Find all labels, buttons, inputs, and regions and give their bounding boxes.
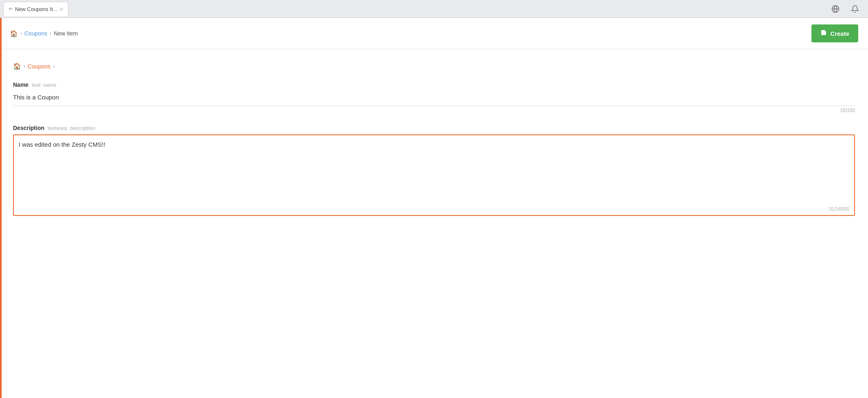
tab-bar-right (829, 2, 865, 15)
description-wrapper: 31/16000 (13, 134, 855, 216)
breadcrumb: 🏠 › Coupons › New Item (10, 30, 78, 37)
description-textarea[interactable] (19, 140, 849, 205)
description-form-section: Description textarea: description 31/160… (13, 125, 855, 216)
pin-icon: ⊘ (59, 7, 63, 12)
main-content: 🏠 › Coupons › Name text: name 16/150 Des… (0, 49, 868, 398)
tab-label: New Coupons It... (15, 6, 57, 12)
description-field-type: textarea: description (48, 125, 95, 131)
tab-bar: ✏ New Coupons It... ⊘ (0, 0, 868, 18)
description-label-text: Description (13, 125, 44, 131)
edit-icon: ✏ (9, 6, 13, 12)
inner-home-icon: 🏠 (13, 62, 21, 70)
save-icon (820, 29, 827, 37)
left-accent-bar (0, 18, 2, 398)
globe-button[interactable] (829, 2, 842, 15)
name-field-wrapper (13, 90, 855, 106)
name-label-text: Name (13, 81, 28, 88)
tab-bar-left: ✏ New Coupons It... ⊘ (3, 2, 68, 16)
inner-separator-1: › (24, 64, 25, 69)
header-bar: 🏠 › Coupons › New Item Create (0, 18, 868, 49)
breadcrumb-current: New Item (54, 30, 78, 37)
active-tab[interactable]: ✏ New Coupons It... ⊘ (3, 2, 68, 16)
breadcrumb-separator-1: › (20, 31, 22, 36)
name-form-section: Name text: name 16/150 (13, 81, 855, 113)
inner-separator-2: › (53, 64, 55, 69)
globe-icon (831, 5, 840, 13)
name-field-type: text: name (32, 82, 57, 88)
bell-icon (851, 5, 859, 13)
name-char-count: 16/150 (13, 108, 855, 113)
description-char-count: 31/16000 (829, 206, 849, 212)
save-svg-icon (820, 29, 827, 36)
breadcrumb-coupons-link[interactable]: Coupons (24, 30, 47, 37)
home-icon: 🏠 (10, 30, 18, 37)
name-input[interactable] (13, 90, 855, 104)
bell-button[interactable] (848, 2, 861, 15)
create-button-label: Create (830, 30, 849, 37)
name-field-label: Name text: name (13, 81, 855, 88)
create-button[interactable]: Create (811, 24, 858, 42)
description-field-label: Description textarea: description (13, 125, 855, 131)
inner-breadcrumb: 🏠 › Coupons › (13, 62, 855, 70)
breadcrumb-separator-2: › (50, 31, 51, 36)
inner-coupons-link[interactable]: Coupons (28, 63, 50, 70)
